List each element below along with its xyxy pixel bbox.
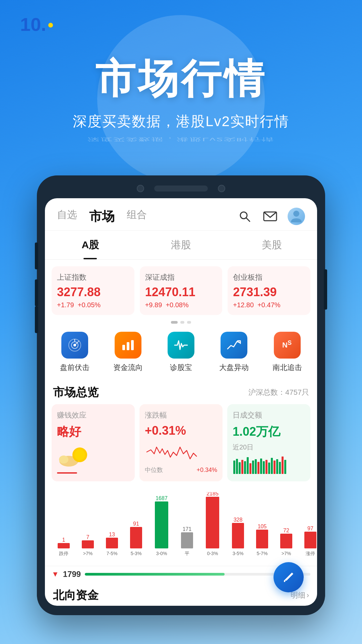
svg-rect-19 bbox=[233, 461, 235, 474]
index-card-shenzhen[interactable]: 深证成指 12470.11 +9.89 +0.08% bbox=[140, 266, 223, 315]
svg-rect-29 bbox=[260, 459, 262, 474]
svg-text:91: 91 bbox=[133, 521, 139, 527]
indicator-value: 1799 bbox=[63, 570, 81, 579]
nav-tab-watchlist[interactable]: 自选 bbox=[57, 208, 77, 225]
svg-text:171: 171 bbox=[183, 526, 192, 532]
svg-rect-35 bbox=[276, 459, 278, 474]
svg-rect-61 bbox=[232, 523, 244, 548]
volume-bar-chart bbox=[233, 454, 286, 474]
svg-point-3 bbox=[293, 211, 299, 217]
logo-dot bbox=[48, 23, 53, 28]
index-card-chinext[interactable]: 创业板指 2731.39 +12.80 +0.47% bbox=[228, 266, 310, 315]
search-button[interactable] bbox=[237, 208, 253, 224]
index-cards-row: 上证指数 3277.88 +1.79 +0.05% 深证成指 12470.11 … bbox=[45, 260, 317, 318]
write-icon bbox=[281, 569, 297, 585]
svg-rect-31 bbox=[265, 460, 267, 474]
index-value-chinext: 2731.39 bbox=[233, 285, 305, 299]
app-top-nav: 自选 市场 组合 bbox=[45, 198, 317, 231]
svg-rect-27 bbox=[255, 459, 257, 474]
fab-write-button[interactable] bbox=[274, 562, 304, 592]
user-avatar[interactable] bbox=[288, 208, 305, 225]
volume-card-sub: 近20日 bbox=[233, 443, 305, 452]
pagination-dots bbox=[45, 318, 317, 326]
market-card-volume[interactable]: 日成交额 1.02万亿 近20日 bbox=[227, 404, 310, 481]
market-overview-header: 市场总览 沪深总数：4757只 bbox=[45, 378, 317, 404]
mail-button[interactable] bbox=[262, 208, 278, 224]
svg-text:105: 105 bbox=[258, 524, 267, 529]
svg-rect-43 bbox=[82, 540, 94, 548]
change-card-value: +0.31% bbox=[145, 424, 217, 438]
zhengu-label: 诊股宝 bbox=[170, 363, 192, 373]
svg-rect-36 bbox=[279, 462, 281, 474]
radar-icon bbox=[67, 337, 82, 353]
svg-text:72: 72 bbox=[283, 528, 289, 533]
svg-rect-46 bbox=[106, 538, 118, 548]
distribution-chart-section: 1 跌停 7 >7% 13 7-5% 91 5-3% 1 bbox=[45, 487, 317, 566]
index-change-chinext: +12.80 +0.47% bbox=[233, 301, 305, 309]
svg-rect-33 bbox=[271, 458, 273, 474]
mini-line-chart bbox=[145, 440, 198, 464]
quick-action-zijin[interactable]: 资金流向 bbox=[101, 332, 154, 373]
zijin-label: 资金流向 bbox=[113, 363, 143, 373]
index-name-chinext: 创业板指 bbox=[233, 272, 305, 282]
svg-text:>7%: >7% bbox=[83, 551, 93, 556]
north-capital-more-link[interactable]: 明细 › bbox=[291, 590, 309, 600]
svg-text:3-5%: 3-5% bbox=[233, 551, 244, 556]
phone-camera bbox=[137, 185, 144, 192]
svg-rect-70 bbox=[304, 532, 316, 548]
more-label: 明细 bbox=[291, 590, 305, 600]
sub-tab-a-shares[interactable]: A股 bbox=[45, 231, 136, 259]
phone-side-btn-silent bbox=[35, 306, 38, 333]
trend-icon bbox=[226, 337, 242, 353]
phone-side-btn-power bbox=[324, 269, 327, 310]
svg-text:涨停: 涨停 bbox=[306, 551, 315, 556]
svg-text:1: 1 bbox=[62, 537, 65, 543]
svg-rect-9 bbox=[122, 345, 125, 350]
quick-action-nanbei[interactable]: N S 南北追击 bbox=[261, 332, 314, 373]
svg-text:2185: 2185 bbox=[206, 492, 219, 496]
svg-text:7-5%: 7-5% bbox=[107, 551, 118, 556]
quick-action-dapan[interactable]: 大盘异动 bbox=[207, 332, 260, 373]
svg-rect-37 bbox=[282, 457, 284, 474]
svg-rect-52 bbox=[155, 501, 168, 548]
nanbei-icon: N S bbox=[274, 332, 301, 359]
svg-rect-24 bbox=[247, 457, 249, 474]
index-change-shanghai: +1.79 +0.05% bbox=[57, 301, 129, 309]
sub-tab-hk-shares[interactable]: 港股 bbox=[136, 231, 227, 259]
quick-action-zhengu[interactable]: 诊股宝 bbox=[155, 332, 207, 373]
svg-rect-34 bbox=[274, 461, 276, 474]
index-change-shenzhen: +9.89 +0.08% bbox=[145, 301, 217, 309]
svg-text:N: N bbox=[282, 341, 288, 349]
volume-card-value: 1.02万亿 bbox=[233, 424, 305, 440]
market-card-profit[interactable]: 赚钱效应 略好 bbox=[52, 404, 135, 481]
svg-text:S: S bbox=[288, 339, 292, 346]
market-card-change[interactable]: 涨跌幅 +0.31% 中位数 +0.34% bbox=[139, 404, 223, 481]
svg-text:13: 13 bbox=[109, 532, 115, 537]
svg-text:0-3%: 0-3% bbox=[207, 551, 218, 556]
panqian-label: 盘前伏击 bbox=[60, 363, 89, 373]
hero-title: 市场行情 bbox=[20, 52, 342, 107]
svg-rect-32 bbox=[268, 463, 270, 474]
svg-text:>7%: >7% bbox=[282, 551, 291, 556]
ns-icon: N S bbox=[280, 337, 295, 353]
market-overview-meta: 沪深总数：4757只 bbox=[248, 387, 309, 397]
svg-rect-49 bbox=[130, 527, 142, 548]
dot-1 bbox=[171, 321, 178, 324]
market-overview-title: 市场总览 bbox=[53, 385, 99, 400]
dapan-label: 大盘异动 bbox=[219, 363, 249, 373]
change-median-label: 中位数 bbox=[145, 466, 163, 474]
quick-action-panqian[interactable]: 盘前伏击 bbox=[48, 332, 101, 373]
nav-tab-market[interactable]: 市场 bbox=[89, 208, 115, 225]
svg-rect-22 bbox=[241, 460, 243, 474]
pulse-icon bbox=[173, 337, 189, 353]
index-card-shanghai[interactable]: 上证指数 3277.88 +1.79 +0.05% bbox=[52, 266, 134, 315]
svg-text:3-0%: 3-0% bbox=[156, 551, 167, 556]
svg-point-15 bbox=[59, 455, 68, 464]
main-nav-tabs: 自选 市场 组合 bbox=[57, 208, 237, 225]
svg-rect-28 bbox=[257, 462, 259, 474]
svg-rect-26 bbox=[252, 461, 254, 474]
nav-tab-portfolio[interactable]: 组合 bbox=[127, 208, 147, 225]
sub-tab-us-shares[interactable]: 美股 bbox=[226, 231, 317, 259]
svg-rect-10 bbox=[127, 342, 129, 350]
svg-rect-11 bbox=[131, 340, 134, 350]
